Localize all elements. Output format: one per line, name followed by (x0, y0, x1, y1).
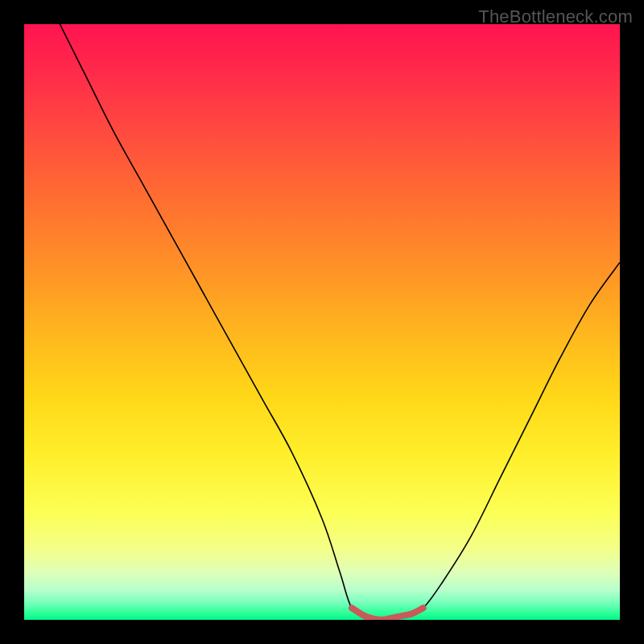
heat-gradient-background (24, 24, 620, 620)
watermark-text: TheBottleneck.com (478, 6, 633, 27)
plot-area (24, 24, 620, 620)
